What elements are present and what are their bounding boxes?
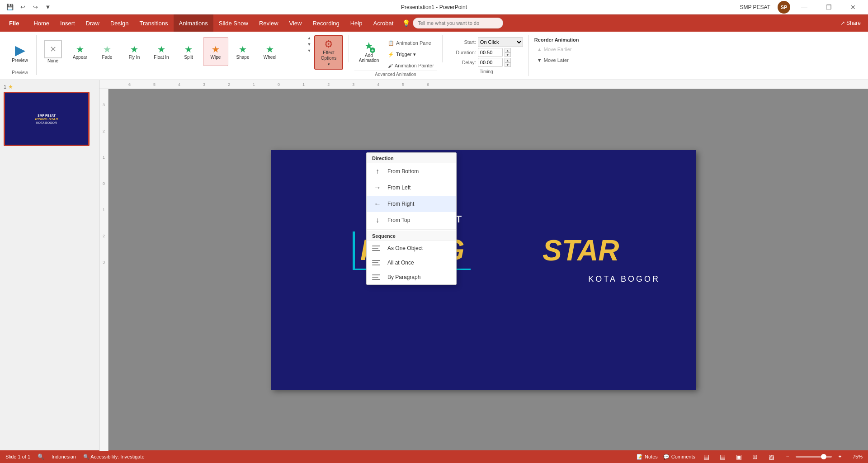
view-reading-button[interactable]: ▨ (766, 452, 777, 462)
animation-pane-button[interactable]: 📋 Animation Pane (385, 38, 437, 48)
duration-spinner[interactable]: ▲ ▼ (505, 48, 511, 57)
animation-painter-button[interactable]: 🖌 Animation Painter (385, 61, 437, 71)
slide-canvas[interactable]: 1 SMP PESAT RISING STAR KOTA BOGOR (271, 150, 696, 390)
effect-options-icon: ⚙ (324, 38, 333, 50)
minimize-button[interactable]: — (794, 0, 815, 14)
title-bar: 💾 ↩ ↪ ▼ Presentation1 - PowerPoint SMP P… (0, 0, 868, 14)
zoom-thumb[interactable] (821, 454, 826, 459)
restore-button[interactable]: ❐ (818, 0, 839, 14)
zoom-in-button[interactable]: + (835, 452, 845, 462)
slide-info: Slide 1 of 1 (5, 454, 30, 459)
duration-label: Duration: (450, 50, 476, 55)
slide-number: 1 (4, 84, 6, 90)
from-left-option[interactable]: → From Left (367, 180, 456, 196)
from-right-option[interactable]: ← From Right (367, 196, 456, 212)
anim-fade-button[interactable]: ★ Fade (94, 37, 120, 66)
delay-up-button[interactable]: ▲ (505, 58, 511, 62)
anim-randombars-button[interactable]: ★ Random Bars (40, 68, 69, 75)
separator-2 (442, 35, 443, 62)
ruler-vertical: 3 2 1 0 1 2 3 (99, 89, 108, 451)
share-button[interactable]: ↗ Share (840, 20, 861, 26)
randombars-icon: ★ (51, 75, 59, 75)
menu-item-insert[interactable]: Insert (55, 14, 80, 32)
animation-group: ✕ None ★ Appear ★ Fade ★ Fly In (37, 35, 306, 75)
scroll-down-button[interactable]: ▼ (306, 42, 312, 47)
reorder-buttons: ▲ Move Earlier ▼ Move Later (534, 44, 579, 65)
delay-input[interactable] (478, 58, 503, 67)
duration-down-button[interactable]: ▼ (505, 52, 511, 57)
delay-down-button[interactable]: ▼ (505, 62, 511, 67)
duration-up-button[interactable]: ▲ (505, 48, 511, 52)
menu-item-file[interactable]: File (0, 14, 28, 32)
star-text: STAR (542, 234, 619, 267)
duration-input[interactable] (478, 48, 503, 57)
effect-options-button[interactable]: ⚙ EffectOptions ▾ (314, 35, 343, 70)
ribbon: ▶ Preview Preview ✕ None ★ Appear (0, 32, 868, 80)
preview-icon: ▶ (15, 42, 25, 58)
menu-item-transitions[interactable]: Transitions (134, 14, 173, 32)
accessibility-text[interactable]: 🔍 Accessibility: Investigate (83, 454, 145, 460)
view-slide-sorter-button[interactable]: ▣ (733, 452, 744, 462)
anim-wipe-button[interactable]: ★ Wipe (203, 37, 228, 66)
move-later-button[interactable]: ▼ Move Later (534, 55, 579, 65)
by-paragraph-option[interactable]: By Paragraph (367, 270, 456, 284)
scroll-more-button[interactable]: ▼ (306, 48, 312, 53)
menu-item-design[interactable]: Design (105, 14, 134, 32)
view-normal-button[interactable]: ▤ (701, 452, 712, 462)
zoom-slider[interactable] (796, 456, 832, 458)
anim-none-button[interactable]: ✕ None (40, 37, 66, 66)
view-notes-page-button[interactable]: ⊞ (750, 452, 760, 462)
close-button[interactable]: ✕ (843, 0, 863, 14)
start-select[interactable]: On Click With Previous After Previous (478, 37, 523, 47)
menu-item-help[interactable]: Help (345, 14, 368, 32)
scroll-up-button[interactable]: ▲ (306, 35, 312, 41)
timing-label-group: Timing (450, 68, 523, 74)
zoom-bar: − + 75% (782, 452, 863, 462)
anim-flyin-button[interactable]: ★ Fly In (122, 37, 147, 66)
zoom-out-button[interactable]: − (782, 452, 793, 462)
menu-item-draw[interactable]: Draw (80, 14, 105, 32)
menu-item-slideshow[interactable]: Slide Show (213, 14, 254, 32)
ruler-horizontal: 6 5 4 3 2 1 0 1 2 3 4 5 6 (99, 80, 868, 89)
menu-item-home[interactable]: Home (28, 14, 55, 32)
comments-button[interactable]: 💬 Comments (663, 454, 695, 460)
menu-item-recording[interactable]: Recording (307, 14, 344, 32)
as-one-object-option[interactable]: As One Object (367, 241, 456, 255)
anim-floatin-button[interactable]: ★ Float In (149, 37, 174, 66)
trigger-button[interactable]: ⚡ Trigger ▾ (385, 49, 437, 59)
notes-button[interactable]: 📝 Notes (637, 454, 658, 460)
window-title: Presentation1 - PowerPoint (401, 4, 467, 10)
direction-section-label: Direction (367, 153, 456, 163)
anim-wheel-button[interactable]: ★ Wheel (257, 37, 283, 66)
undo-button[interactable]: ↩ (17, 2, 28, 13)
move-earlier-button[interactable]: ▲ Move Earlier (534, 44, 579, 54)
tell-me-input[interactable] (413, 18, 503, 28)
menu-item-animations[interactable]: Animations (174, 14, 213, 32)
all-at-once-option[interactable]: All at Once (367, 255, 456, 270)
from-top-option[interactable]: ↓ From Top (367, 212, 456, 228)
zoom-level[interactable]: 75% (848, 454, 863, 459)
sequence-section-label: Sequence (367, 231, 456, 241)
preview-button[interactable]: ▶ Preview (7, 37, 33, 68)
menu-item-view[interactable]: View (284, 14, 307, 32)
anim-appear-button[interactable]: ★ Appear (67, 37, 93, 66)
view-outline-button[interactable]: ▤ (717, 452, 728, 462)
customize-button[interactable]: ▼ (42, 2, 53, 13)
delay-label: Delay: (450, 60, 476, 65)
user-name: SMP PESAT (740, 4, 770, 10)
slide-canvas-area: 1 SMP PESAT RISING STAR KOTA BOGOR Direc… (99, 89, 868, 451)
accessibility-icon: 🔍 (38, 454, 44, 460)
floatin-icon: ★ (157, 44, 165, 55)
redo-button[interactable]: ↪ (30, 2, 41, 13)
anim-split-button[interactable]: ★ Split (176, 37, 201, 66)
save-button[interactable]: 💾 (5, 2, 15, 13)
add-animation-button[interactable]: ★ + AddAnimation (354, 36, 383, 67)
slide-thumbnail[interactable]: SMP PESAT RISING STAR KOTA BOGOR (4, 92, 90, 146)
animation-pane-icon: 📋 (388, 40, 394, 46)
from-bottom-option[interactable]: ↑ From Bottom (367, 163, 456, 180)
menu-item-acrobat[interactable]: Acrobat (368, 14, 399, 32)
anim-shape-button[interactable]: ★ Shape (230, 37, 255, 66)
from-top-icon: ↓ (372, 215, 383, 226)
delay-spinner[interactable]: ▲ ▼ (505, 58, 511, 67)
menu-item-review[interactable]: Review (254, 14, 284, 32)
